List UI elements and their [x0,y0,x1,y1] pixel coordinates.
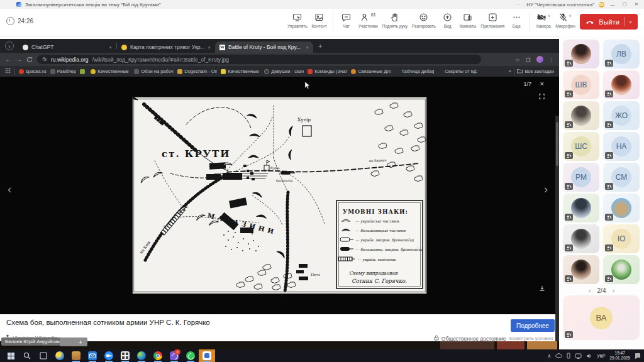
taskbar-calendar-app[interactable] [117,349,133,362]
taskbar-meeting-app-active[interactable] [199,349,215,362]
account-badge[interactable]: ВА [599,2,604,8]
camera-button[interactable]: ∨ Камера [535,12,552,28]
volume-icon[interactable] [586,353,592,359]
react-button[interactable]: Реагировать [411,12,437,28]
participant-tile[interactable]: ІО [603,224,640,253]
language-indicator[interactable]: УКР [597,354,605,358]
leave-chevron-icon[interactable]: ∨ [629,19,632,25]
bookmarks-overflow-icon[interactable]: » [508,69,511,74]
tab-battle-of-kruty[interactable]: W Battle of Kruty - Бой под Кру... × [215,41,313,53]
bookmark-star-icon[interactable]: ☆ [515,57,520,63]
taskbar-zoom-app[interactable] [101,349,117,362]
bookmark-item[interactable]: spaces.ru [19,69,47,74]
taskbar-edge-app[interactable] [133,349,150,362]
participant-tile[interactable]: ЖО [603,101,640,130]
self-tile[interactable]: ВА [563,295,640,340]
chat-button[interactable]: Чат [338,12,355,28]
participant-tile[interactable] [563,40,599,69]
details-button[interactable]: Подробнее [511,319,555,332]
minimize-button[interactable]: — [609,3,616,7]
all-bookmarks-label[interactable]: Все закладки [525,69,554,74]
tab-search-icon[interactable]: ∨ [5,41,14,50]
new-tab-button[interactable]: + [318,42,322,50]
page-next-icon[interactable]: › [612,287,614,294]
prev-image-arrow[interactable]: ‹ [8,182,11,196]
bookmark-item[interactable]: Качественные обо... [91,69,130,74]
camera-chevron-icon[interactable]: ∨ [548,13,550,18]
view-button[interactable]: Вид [439,12,457,28]
participants-button[interactable]: 61 Участники [357,12,379,28]
raise-hand-button[interactable]: Поднять руку [381,12,409,28]
bookmark-item[interactable]: Таблица дебафов -... [394,69,434,74]
content-button[interactable]: Контент [311,12,328,28]
taskbar-mail-app[interactable] [84,349,101,362]
participant-tile[interactable] [563,194,599,222]
zoom-in-button[interactable]: + [79,339,82,346]
mic-chevron-icon[interactable]: ∨ [569,13,571,18]
fullscreen-icon[interactable] [539,90,545,102]
tab-air-alert-map[interactable]: Карта повітряних тривог Укр... × [117,41,215,53]
participant-tile[interactable]: ШС [563,132,599,161]
bookmark-item[interactable]: Команды (Знать, к... [308,69,347,74]
page-prev-icon[interactable]: ‹ [589,287,591,294]
taskbar-whatsapp-app[interactable] [182,349,199,362]
network-icon[interactable] [575,353,582,359]
maximize-button[interactable]: ▢ [621,2,628,7]
license-label[interactable]: Общественное достояние [441,336,506,342]
participant-tile[interactable] [563,101,599,130]
participant-tile[interactable] [603,194,640,222]
start-button[interactable] [3,349,19,362]
zoom-control[interactable]: + [60,337,87,346]
participant-tile[interactable] [603,255,640,284]
viewer-close-icon[interactable]: × [540,80,544,87]
tab-close-icon[interactable]: × [109,45,112,50]
manage-button[interactable]: Управлять [286,12,309,28]
taskbar-messenger-app[interactable]: 3 [166,349,182,362]
bookmark-item[interactable]: Связанные Для Себ... [351,69,391,74]
tab-close-icon[interactable]: × [208,45,211,50]
titlebar-overflow-icon[interactable]: ⋯ [514,2,522,7]
participant-tile[interactable]: НА [603,132,640,161]
download-icon[interactable] [539,283,545,294]
address-bar[interactable]: ru.wikipedia.org/wiki/Бой_под_Крутами#/m… [37,55,481,64]
onedrive-icon[interactable] [555,353,562,358]
participant-tile[interactable] [563,224,599,253]
bookmark-item[interactable]: Девушки - скача... [264,69,304,74]
rooms-button[interactable]: Комнаты [458,12,478,28]
reload-icon[interactable] [26,54,33,65]
apps-button[interactable]: Приложения [479,12,506,28]
mic-button[interactable]: ∨ Микрофон [554,12,577,28]
task-view-button[interactable] [35,349,52,362]
participant-tile[interactable] [603,70,640,99]
site-settings-icon[interactable] [42,57,47,63]
tab-chatgpt[interactable]: ChatGPT × [18,41,116,53]
participant-tile[interactable]: ЛВ [603,40,640,69]
battle-map-image[interactable]: ст. КРУТИ Хутір на Чернігів на Київ на Б… [133,97,426,293]
apps-grid-icon[interactable] [5,68,11,75]
taskbar-clock[interactable]: 15:4729.01.2025 [609,351,630,361]
taskbar-chrome-app[interactable] [150,349,166,362]
leave-button[interactable]: Выйти ∨ [580,14,638,30]
bookmark-item[interactable]: Dogechain - Online... [177,69,217,74]
participant-tile[interactable]: СМ [603,163,640,192]
bookmark-item[interactable] [80,69,87,74]
taskbar-weather-app[interactable] [52,349,68,362]
participant-tile[interactable]: ШВ [563,70,599,99]
taskbar-search-button[interactable] [19,349,35,362]
notification-center-icon[interactable] [635,353,641,359]
participant-tile[interactable]: РМ [563,163,599,192]
bookmark-item[interactable]: Секреты от IqDa дл... [438,69,477,74]
next-image-arrow[interactable]: › [544,182,548,196]
forward-icon[interactable]: → [16,56,22,63]
bookmark-item[interactable]: Обои на рабочий с... [134,69,174,74]
tab-close-icon[interactable]: × [306,45,309,50]
close-button[interactable]: ✕ [633,2,640,7]
bookmark-item[interactable]: Качественные обо... [221,69,260,74]
tray-expand-icon[interactable]: ∧ [547,353,551,359]
phone-link-icon[interactable] [567,353,570,359]
back-icon[interactable]: ← [5,56,11,63]
profile-avatar[interactable] [536,56,543,63]
extensions-icon[interactable] [525,56,531,63]
participant-tile[interactable] [563,255,599,284]
browser-menu-icon[interactable]: ⋮ [548,57,554,63]
